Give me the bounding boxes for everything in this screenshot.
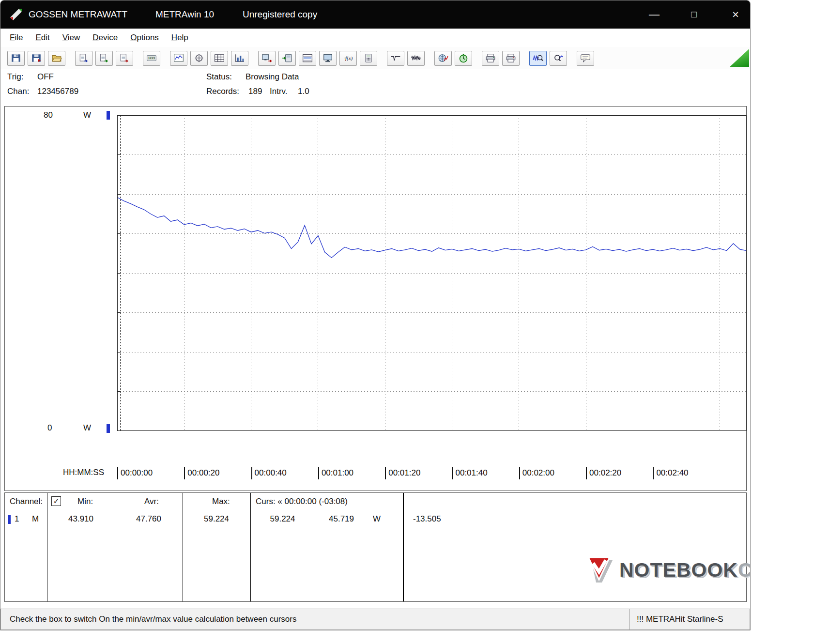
open-file-button[interactable]	[48, 51, 65, 66]
menu-item-edit[interactable]: Edit	[29, 31, 56, 45]
y-axis-unit-bottom: W	[83, 423, 91, 433]
svg-text:1223: 1223	[148, 57, 155, 60]
table-divider	[47, 493, 47, 601]
chart-plot[interactable]	[117, 115, 747, 431]
trigger-value: OFF	[37, 72, 54, 82]
menu-item-device[interactable]: Device	[86, 31, 124, 45]
calc-icon	[363, 53, 374, 63]
devicein-icon	[282, 53, 292, 63]
x-tick-7: 00:02:20	[586, 467, 621, 479]
timer-button[interactable]	[455, 51, 472, 66]
toolbar-group-6	[387, 51, 425, 66]
annotation-button[interactable]	[577, 51, 594, 66]
status-label: Status:	[206, 72, 232, 82]
screen-export-button[interactable]	[258, 51, 276, 66]
svg-text:f(x): f(x)	[345, 55, 353, 61]
globestats-icon	[438, 53, 448, 63]
zoom-curve-button[interactable]	[529, 51, 547, 66]
monitor-view-button[interactable]	[319, 51, 337, 66]
menu-item-view[interactable]: View	[56, 31, 87, 45]
records-value: 189	[248, 87, 262, 96]
trigger-label: Trig:	[7, 72, 23, 82]
calculator-button[interactable]	[360, 51, 377, 66]
notebookcheck-logo-icon	[584, 554, 615, 585]
export-text-button[interactable]	[75, 51, 92, 66]
x-tick-4: 00:01:20	[385, 467, 420, 479]
toolbar-group-10	[577, 51, 594, 66]
records-label: Records:	[206, 87, 239, 96]
printer-icon	[485, 53, 496, 63]
device-status-panel: !!! METRAHit Starline-S	[629, 609, 750, 629]
table-header-avr: Avr:	[144, 497, 159, 506]
fx-icon: =f(x)	[343, 53, 353, 63]
toolbar-group-3: 1223	[143, 51, 160, 66]
notebookcheck-watermark: NOTEBOOK CHECK	[584, 554, 751, 585]
table-divider	[183, 493, 183, 601]
print-button[interactable]	[502, 51, 520, 66]
watermark-text-bold: NOTEBOOK	[619, 559, 738, 582]
watermark-text-light: CHECK	[738, 559, 751, 582]
lcd-display-button[interactable]: 1223	[143, 51, 160, 66]
status-value: Browsing Data	[246, 72, 299, 82]
toolbar-group-4	[170, 51, 248, 66]
table-header-min: Min:	[77, 497, 93, 506]
menu-item-help[interactable]: Help	[165, 31, 195, 45]
note-icon	[580, 53, 591, 63]
table-view-button[interactable]	[211, 51, 228, 66]
export-table-button[interactable]	[95, 51, 113, 66]
channel-label: Chan:	[7, 87, 29, 96]
table-header-cursor: Curs: « 00:00:00 (-03:08)	[256, 497, 348, 506]
minimize-button[interactable]: —	[641, 0, 668, 29]
floppy2-icon	[31, 53, 42, 63]
formula-button[interactable]: =f(x)	[339, 51, 357, 66]
x-tick-3: 00:01:00	[318, 467, 353, 479]
xy-view-button[interactable]	[190, 51, 208, 66]
interval-value: 1.0	[298, 87, 309, 96]
y-axis-unit-top: W	[83, 110, 91, 120]
app-vendor-title: GOSSEN METRAWATT	[29, 0, 127, 29]
export-data-button[interactable]	[116, 51, 133, 66]
bars-icon	[234, 53, 245, 63]
app-window: GOSSEN METRAWATT METRAwin 10 Unregistere…	[0, 0, 751, 630]
y-axis-max-label: 80	[44, 110, 53, 120]
pageout_b-icon	[78, 53, 89, 63]
statistics-button[interactable]	[434, 51, 452, 66]
channel-marker-bottom	[107, 424, 110, 433]
zoom-button[interactable]	[550, 51, 567, 66]
crosshair-icon	[194, 53, 204, 63]
menu-item-options[interactable]: Options	[124, 31, 165, 45]
table-row-cursor-b: 45.719	[315, 514, 368, 524]
bar-chart-view-button[interactable]	[231, 51, 248, 66]
zoomout-icon	[553, 53, 564, 63]
power-trace-chart[interactable]	[117, 115, 747, 431]
save-as-button[interactable]	[28, 51, 45, 66]
print-preview-button[interactable]	[482, 51, 499, 66]
pageout_r-icon	[119, 53, 130, 63]
zoomwave-icon	[533, 53, 543, 63]
record-list-button[interactable]	[299, 51, 316, 66]
channel-value: 123456789	[37, 87, 78, 96]
printer2-icon	[506, 53, 516, 63]
save-button[interactable]	[7, 51, 25, 66]
status-info-panel: Trig: OFF Chan: 123456789 Status: Browsi…	[0, 69, 750, 105]
noise-signal-button[interactable]	[407, 51, 425, 66]
table-row-delta: -13.505	[413, 514, 441, 524]
table-row-mode: M	[32, 514, 39, 524]
device-transfer-button[interactable]	[278, 51, 296, 66]
rows-icon	[302, 53, 313, 63]
close-button[interactable]: ×	[722, 0, 749, 29]
menu-item-file[interactable]: File	[3, 31, 29, 45]
table-header-channel: Channel:	[10, 497, 43, 506]
floppy-icon	[11, 53, 21, 63]
folder-icon	[51, 53, 62, 63]
pulse-trigger-button[interactable]	[387, 51, 404, 66]
channel-checkbox[interactable]: ✓	[51, 496, 61, 506]
line-chart-view-button[interactable]	[170, 51, 187, 66]
toolbar: 1223=f(x)	[0, 47, 750, 69]
table-divider	[403, 493, 404, 601]
table-row-min: 43.910	[47, 514, 115, 524]
stopwatch-icon	[458, 53, 469, 63]
maximize-button[interactable]: □	[680, 0, 707, 29]
toolbar-group-8	[482, 51, 520, 66]
chartline-icon	[173, 53, 184, 63]
